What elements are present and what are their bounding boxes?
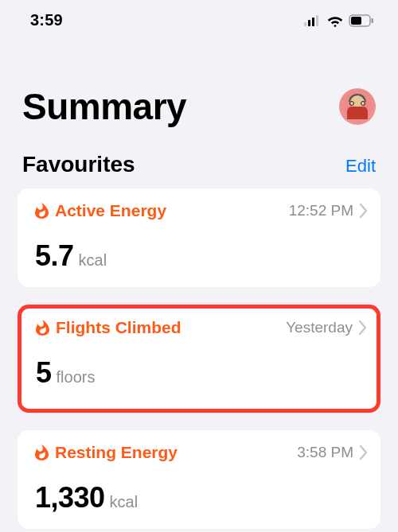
svg-rect-6 bbox=[372, 18, 374, 23]
card-timestamp: 3:58 PM bbox=[297, 444, 353, 461]
card-value: 5 bbox=[36, 356, 52, 390]
card-timestamp: 12:52 PM bbox=[289, 202, 353, 219]
card-title: Active Energy bbox=[55, 201, 166, 220]
chevron-right-icon bbox=[360, 445, 368, 460]
flame-icon bbox=[35, 203, 49, 219]
card-title: Resting Energy bbox=[55, 443, 178, 462]
card-flights-climbed[interactable]: Flights Climbed Yesterday 5 floors bbox=[18, 305, 380, 413]
card-value: 5.7 bbox=[35, 239, 74, 273]
favourites-title: Favourites bbox=[22, 152, 135, 177]
flame-icon bbox=[36, 320, 49, 336]
favourites-list: Active Energy 12:52 PM 5.7 kcal Flights … bbox=[0, 184, 398, 529]
wifi-icon bbox=[326, 14, 344, 27]
cellular-icon bbox=[304, 15, 322, 26]
status-bar: 3:59 bbox=[0, 0, 398, 36]
battery-icon bbox=[349, 14, 374, 27]
status-indicators bbox=[304, 14, 374, 27]
header: Summary bbox=[0, 36, 398, 131]
svg-rect-3 bbox=[316, 15, 318, 26]
card-title: Flights Climbed bbox=[56, 318, 181, 337]
status-time: 3:59 bbox=[30, 11, 63, 29]
card-unit: floors bbox=[57, 368, 96, 386]
card-unit: kcal bbox=[110, 493, 139, 511]
svg-rect-1 bbox=[308, 20, 310, 26]
svg-rect-2 bbox=[312, 17, 314, 26]
card-resting-energy[interactable]: Resting Energy 3:58 PM 1,330 kcal bbox=[18, 430, 380, 529]
edit-button[interactable]: Edit bbox=[345, 156, 376, 177]
card-active-energy[interactable]: Active Energy 12:52 PM 5.7 kcal bbox=[18, 188, 380, 287]
card-unit: kcal bbox=[79, 251, 107, 270]
svg-rect-5 bbox=[351, 17, 361, 25]
card-value: 1,330 bbox=[35, 481, 105, 515]
page-title: Summary bbox=[22, 85, 186, 128]
chevron-right-icon bbox=[359, 320, 367, 335]
chevron-right-icon bbox=[360, 204, 368, 218]
svg-rect-0 bbox=[304, 22, 306, 26]
flame-icon bbox=[35, 445, 49, 460]
avatar[interactable] bbox=[339, 88, 376, 125]
favourites-header: Favourites Edit bbox=[0, 131, 398, 184]
card-timestamp: Yesterday bbox=[286, 319, 353, 336]
